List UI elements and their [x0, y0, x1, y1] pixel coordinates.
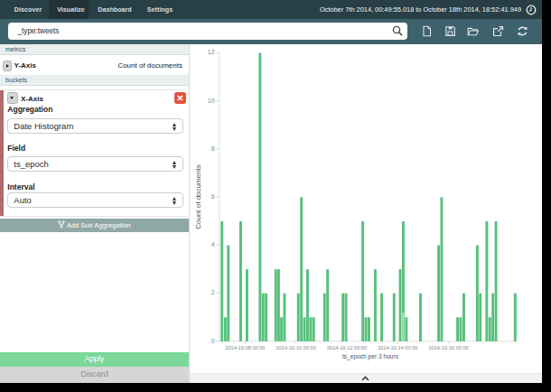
svg-text:10: 10 [208, 97, 215, 103]
svg-text:2014-10-14 00:00: 2014-10-14 00:00 [378, 345, 417, 350]
svg-text:0: 0 [211, 337, 215, 343]
svg-text:12: 12 [208, 49, 215, 55]
svg-text:2014-10-10 00:00: 2014-10-10 00:00 [276, 345, 316, 350]
svg-text:2014-10-12 00:00: 2014-10-12 00:00 [327, 345, 367, 350]
svg-text:Count of documents: Count of documents [194, 164, 202, 229]
svg-text:2014-10-16 00:00: 2014-10-16 00:00 [429, 345, 469, 350]
svg-text:2014-10-08 00:00: 2014-10-08 00:00 [225, 345, 265, 350]
svg-text:6: 6 [211, 193, 215, 200]
svg-text:2: 2 [211, 289, 215, 295]
svg-text:4: 4 [211, 241, 215, 247]
svg-text:ts_epoch per 3 hours: ts_epoch per 3 hours [342, 352, 399, 359]
svg-text:8: 8 [211, 145, 215, 151]
